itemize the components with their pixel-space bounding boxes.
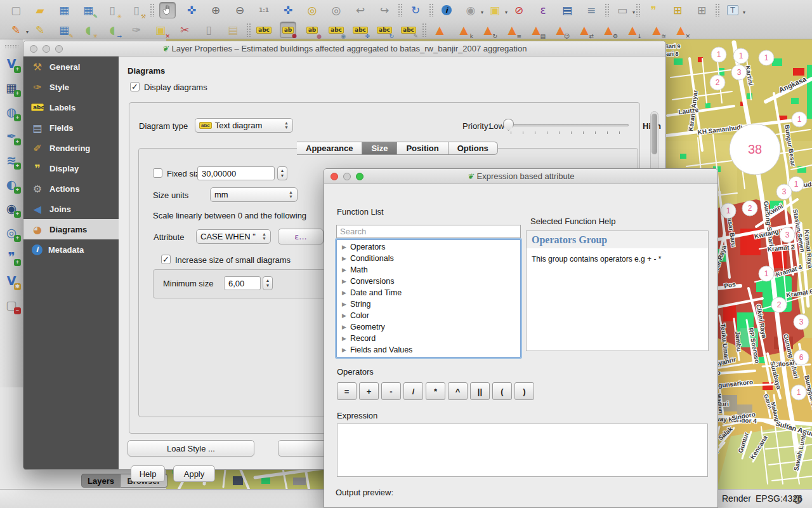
new-shapefile-layer-icon[interactable]: V ✱: [3, 272, 20, 290]
expand-triangle-icon[interactable]: ▶: [342, 335, 346, 342]
open-attribute-table-icon[interactable]: ▤: [559, 2, 575, 18]
sidebar-item-joins[interactable]: ◀ Joins: [23, 199, 119, 219]
expand-triangle-icon[interactable]: ▶: [342, 267, 346, 273]
identify-features-icon[interactable]: i: [438, 2, 455, 18]
grass-database-icon[interactable]: ▲ ≋: [648, 22, 665, 38]
grass-vector-icon[interactable]: ▲ ✕: [672, 22, 689, 38]
diagram-marker[interactable]: 1: [711, 47, 726, 62]
size-units-dropdown[interactable]: mm ▲▼: [210, 187, 298, 202]
search-input[interactable]: Search: [336, 225, 521, 238]
sidebar-item-rendering[interactable]: ✐ Rendering: [23, 138, 119, 158]
close-button[interactable]: [331, 173, 338, 180]
tree-item[interactable]: ▶ Conditionals: [337, 253, 520, 264]
expand-triangle-icon[interactable]: ▶: [342, 255, 346, 262]
tree-item[interactable]: ▶ Fields and Values: [337, 344, 520, 356]
tab-position[interactable]: Position: [397, 142, 448, 155]
minimum-size-stepper[interactable]: ▲▼: [263, 276, 273, 290]
grass-tools-icon[interactable]: ▲ ≡: [504, 22, 520, 38]
fixed-size-input[interactable]: 30,00000: [197, 166, 275, 180]
sidebar-item-labels[interactable]: abc Labels: [23, 97, 119, 117]
diagram-marker[interactable]: 2: [742, 201, 757, 216]
grass-settings-icon[interactable]: ▲ ⚙: [600, 22, 617, 38]
pan-to-selection-icon[interactable]: ✜: [183, 2, 200, 18]
fixed-size-checkbox[interactable]: [153, 168, 162, 178]
new-bookmark-icon[interactable]: ⊞: [669, 2, 686, 18]
move-feature-icon[interactable]: ◖ →: [104, 22, 121, 38]
tree-item[interactable]: ▶ Math: [337, 264, 520, 276]
operator-button[interactable]: *: [426, 382, 445, 400]
highlight-pinned-labels-icon[interactable]: ab ●: [304, 22, 320, 38]
cut-features-icon[interactable]: ✂: [176, 22, 193, 38]
expand-triangle-icon[interactable]: ▶: [342, 244, 346, 250]
sidebar-item-display[interactable]: ❞ Display: [23, 158, 119, 178]
diagram-marker[interactable]: 2: [771, 297, 787, 312]
scrollbar-thumb[interactable]: [652, 114, 657, 154]
change-label-icon[interactable]: abc ✎: [400, 22, 417, 38]
measure-icon[interactable]: ▭ ▾: [614, 2, 631, 18]
text-annotation-icon[interactable]: T ▾: [724, 2, 741, 18]
expand-triangle-icon[interactable]: ▶: [342, 312, 346, 319]
crs-globe-icon[interactable]: ◍: [793, 492, 802, 505]
help-button[interactable]: Help: [131, 465, 165, 482]
save-layer-edits-icon[interactable]: ▦ ✎: [56, 22, 72, 38]
increase-size-checkbox[interactable]: ✓: [161, 255, 171, 264]
add-wcs-layer-icon[interactable]: ◉ +: [3, 199, 20, 217]
tab-options[interactable]: Options: [449, 142, 498, 155]
tree-item[interactable]: ▶ Geometry: [337, 321, 520, 333]
sidebar-item-general[interactable]: ⚒ General: [23, 57, 119, 77]
save-project-as-icon[interactable]: ▦ ✎: [80, 2, 96, 18]
delete-selected-icon[interactable]: ▣ ✕: [152, 22, 169, 38]
grass-user-icon[interactable]: ▲ ☺: [552, 22, 568, 38]
zoom-next-icon[interactable]: ↪: [376, 2, 393, 18]
diagram-marker[interactable]: 1: [759, 50, 774, 65]
grass-new-mapset-icon[interactable]: ▲ k: [455, 22, 472, 38]
add-delimited-text-layer-icon[interactable]: ❞ +: [3, 248, 20, 265]
expand-triangle-icon[interactable]: ▶: [342, 301, 346, 307]
operator-button[interactable]: ^: [448, 382, 468, 400]
sidebar-item-diagrams[interactable]: ◕ Diagrams: [23, 219, 119, 239]
diagram-marker[interactable]: 1: [721, 203, 736, 218]
minimize-button[interactable]: [343, 173, 351, 180]
add-wms-layer-icon[interactable]: ◐ +: [3, 175, 20, 193]
tree-item[interactable]: ▶ String: [337, 298, 520, 310]
grass-close-mapset-icon[interactable]: ▲ ↻: [480, 22, 496, 38]
add-mssql-layer-icon[interactable]: ≋ +: [3, 151, 20, 169]
current-edits-icon[interactable]: ✎ ▾: [8, 22, 24, 38]
diagram-marker[interactable]: 38: [730, 124, 780, 175]
pin-label-icon[interactable]: ab ●: [280, 22, 296, 38]
add-feature-icon[interactable]: ◖ ✳: [80, 22, 96, 38]
copy-features-icon[interactable]: ▯: [200, 22, 217, 38]
minimize-button[interactable]: [43, 45, 50, 53]
sidebar-item-metadata[interactable]: i Metadata: [23, 239, 119, 260]
expression-titlebar[interactable]: ❦ Expression based attribute: [324, 169, 717, 184]
diagram-marker[interactable]: 3: [794, 314, 809, 330]
move-label-icon[interactable]: abc ✜: [352, 22, 369, 38]
show-hide-labels-icon[interactable]: abc ◉: [328, 22, 344, 38]
diagram-marker[interactable]: 1: [759, 266, 774, 281]
sidebar-item-style[interactable]: ✑ Style: [23, 77, 119, 97]
zoom-last-icon[interactable]: ↩: [352, 2, 369, 18]
sidebar-item-actions[interactable]: ⚙ Actions: [23, 178, 119, 199]
zoom-to-layer-icon[interactable]: ◎: [328, 2, 344, 18]
tree-item[interactable]: ▶ Operators: [337, 241, 520, 253]
operator-button[interactable]: ): [514, 382, 534, 400]
diagram-marker[interactable]: 3: [780, 227, 795, 243]
expand-triangle-icon[interactable]: ▶: [342, 324, 346, 330]
new-project-icon[interactable]: ▢: [8, 2, 24, 18]
diagram-marker[interactable]: 3: [731, 65, 747, 80]
priority-slider-track[interactable]: [507, 124, 629, 126]
diagram-marker[interactable]: 1: [792, 112, 807, 127]
zoom-to-selection-icon[interactable]: ◎: [304, 2, 320, 18]
new-composer-icon[interactable]: ▯ ✳: [104, 2, 121, 18]
zoom-in-icon[interactable]: ⊕: [207, 2, 224, 18]
operator-button[interactable]: =: [337, 382, 357, 400]
render-label[interactable]: Render: [722, 493, 751, 504]
diagram-marker[interactable]: 2: [710, 75, 725, 90]
tree-item[interactable]: ▶ Record: [337, 333, 520, 344]
operator-button[interactable]: +: [359, 382, 379, 400]
map-tips-icon[interactable]: ❞: [645, 2, 662, 18]
diagram-marker[interactable]: 1: [733, 48, 749, 64]
node-tool-icon[interactable]: ✑: [128, 22, 145, 38]
grass-edit-region-icon[interactable]: ▲ ⇄: [576, 22, 593, 38]
expression-builder-button[interactable]: ε...: [278, 229, 324, 244]
